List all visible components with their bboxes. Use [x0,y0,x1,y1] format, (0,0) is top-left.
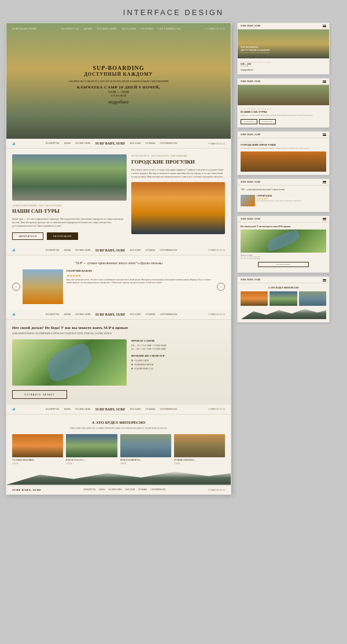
nav-links: МАРШРУТЫ ЦЕНЫ РАСПИСАНИЕ МАГАЗИН ОТЗЫВЫ … [61,27,180,30]
mobile-blog-img-1[interactable] [241,291,268,306]
mobile-hamburger-4[interactable] [323,181,326,183]
footer-link-prices[interactable]: ЦЕНЫ [99,488,105,491]
point-dot-3 [131,368,133,369]
blog-card-4[interactable]: ЛУЧШИЕ ОТМЕЛИ В... 25 МАЯ [174,434,225,465]
mobile-reviews-title: "SUP — лучшее приключение этого лета" и … [241,188,326,191]
nav2-prices[interactable]: ЦЕНЫ [64,142,71,145]
mobile-header-3: SURF BABY, SURF [238,132,329,138]
review-text: Был у вас прошлым летом. Это было самое … [67,279,215,285]
nav-link-prices[interactable]: ЦЕНЫ [84,27,93,30]
hero-signature: подробнее [69,100,168,105]
nav2-logo: 🏄 [12,142,15,145]
sunset-photo [131,182,225,234]
nav4-routes[interactable]: МАРШРУТЫ [46,313,60,316]
nav5-certs[interactable]: СЕРТИФИКАТЫ [160,408,177,411]
footer-link-certs[interactable]: СЕРТИФИКАТЫ [150,488,165,491]
mobile-header-5: SURF BABY, SURF [238,216,329,223]
nav-link-reviews[interactable]: ОТЗЫВЫ [141,27,153,30]
nav3-shop[interactable]: МАГАЗИН [130,249,141,252]
mobile-card-citywalks: SURF BABY, SURF ПОЗНАВАЙТЕ ОКРУЖЕНИЕ ГОР… [237,131,330,175]
footer-phone: +7 9999 111 11 11 [208,488,225,491]
footer-link-reviews[interactable]: ОТЗЫВЫ [138,488,147,491]
mobile-content-4: "SUP — лучшее приключение этого лета" и … [238,186,329,212]
nav2-routes[interactable]: МАРШРУТЫ [46,142,60,145]
nav5-shop[interactable]: МАГАЗИН [130,408,141,411]
footer-link-routes[interactable]: МАРШРУТЫ [84,488,96,491]
nav5-reviews[interactable]: ОТЗЫВЫ [145,408,155,411]
nav3-reviews[interactable]: ОТЗЫВЫ [145,249,155,252]
schedule-button[interactable]: РАСПИСАНИЕ [47,232,79,240]
nav5-logo: 🏄 [12,408,15,410]
nav5-brand: SURF BABY, SURF [95,408,125,411]
carousel-next[interactable]: › [217,283,225,291]
mobile-card-tours: SURF BABY, SURF ЗАХВАТЫВАЮЩИЕ ЭКО-ЭКСКУР… [237,78,330,128]
mobile-content-2: ЗАХВАТЫВАЮЩИЕ ЭКО-ЭКСКУРСИИ НАШИ САП-ТУР… [238,105,329,127]
carousel-prev[interactable]: ‹ [12,283,20,291]
nav-link-certs[interactable]: СЕРТИФИКАТЫ [158,27,180,30]
content-left-1: ЗАХВАТЫВАЮЩИЕ ЭКО-ЭКСКУРСИИ НАШИ САП-ТУР… [12,154,127,240]
blog-card-2-title: КАК НЕ УПАСТЬ С... [66,459,117,462]
nav2-certs[interactable]: СЕРТИФИКАТЫ [160,142,177,145]
blog-card-2[interactable]: КАК НЕ УПАСТЬ С... 15 МАЯ [66,434,117,465]
desktop-mockup: SURF BABY, SURF МАРШРУТЫ ЦЕНЫ РАСПИСАНИЕ… [6,23,231,495]
mobile-card-blog: SURF BABY, SURF А ЭТО БУДЕТ ИНТЕРЕСНО [237,276,330,323]
blog-img-2 [66,434,117,457]
hero-nav: SURF BABY, SURF МАРШРУТЫ ЦЕНЫ РАСПИСАНИЕ… [6,23,231,34]
hamburger-4-3 [323,183,326,183]
review-stars: ★★★★★ [67,273,215,277]
mobile-blog-img-2[interactable] [270,291,297,306]
nav2-schedule[interactable]: РАСПИСАНИЕ [75,142,90,145]
blog-card-1[interactable]: 10 САМЫХ КРАСИВЫХ... 10 МАЯ [12,434,63,465]
nav5-schedule[interactable]: РАСПИСАНИЕ [75,408,90,411]
nav4-certs[interactable]: СЕРТИФИКАТЫ [160,313,177,316]
blog-card-3[interactable]: ПРОКАТ КАЯКОВ НА... 20 МАЯ [120,434,171,465]
hero-content: SUP-BOARDING ДОСТУПНЫЙ КАЖДОМУ СКОРЕЕ ВС… [69,65,168,105]
nav-link-routes[interactable]: МАРШРУТЫ [61,27,79,30]
mobile-hamburger-3[interactable] [323,134,326,136]
footer-link-shop[interactable]: МАГАЗИН [125,488,135,491]
nav4-reviews[interactable]: ОТЗЫВЫ [145,313,155,316]
mobile-map-river [265,230,301,252]
nav3-logo: 🏄 [12,249,15,251]
nav3-routes[interactable]: МАРШРУТЫ [46,249,60,252]
rental-cta-button[interactable]: ОСТАВИТЬ ЗАЯВКУ [12,390,67,399]
nav5-routes[interactable]: МАРШРУТЫ [46,408,60,411]
mobile-card-hero: SURF BABY, SURF SUP-BOARDING ДОСТУПНЫЙ К… [237,23,330,75]
hamburger-2-3 [323,82,326,83]
second-nav: 🏄 МАРШРУТЫ ЦЕНЫ РАСПИСАНИЕ SURF BABY, SU… [6,139,231,149]
mobile-hamburger-6[interactable] [323,279,326,282]
mobile-tours-label: ЗАХВАТЫВАЮЩИЕ ЭКО-ЭКСКУРСИИ [241,108,326,110]
nav3-certs[interactable]: СЕРТИФИКАТЫ [160,249,177,252]
mobile-review-img [241,195,255,206]
hamburger-6-1 [323,279,326,280]
signup-button[interactable]: ЗАПИСАТЬСЯ [12,232,43,240]
nav2-shop[interactable]: МАГАЗИН [130,142,141,145]
nav5-prices[interactable]: ЦЕНЫ [64,408,71,411]
nav4-prices[interactable]: ЦЕНЫ [64,313,71,316]
mobile-schedule-btn[interactable]: РАСПИСАНИЕ [259,119,276,124]
mobile-tours-img [238,85,329,105]
footer-link-schedule[interactable]: РАСПИСАНИЕ [109,488,122,491]
mobile-hamburger-2[interactable] [323,80,326,83]
hamburger-4-1 [323,181,326,182]
nav2-reviews[interactable]: ОТЗЫВЫ [145,142,155,145]
nav-link-shop[interactable]: МАГАЗИН [122,27,136,30]
mobile-review-text: Был у вас прошлым летом. Это было самое … [257,200,302,202]
nav4-schedule[interactable]: РАСПИСАНИЕ [75,313,90,316]
nav-logo: SURF BABY, SURF [12,27,36,31]
nav3-schedule[interactable]: РАСПИСАНИЕ [75,249,90,252]
mobile-blog-img-3[interactable] [299,291,326,306]
mobile-rental-cta[interactable]: ОСТАВИТЬ ЗАЯВКУ [258,262,309,267]
mobile-hamburger-5[interactable] [323,218,326,220]
mobile-logo-2: SURF BABY, SURF [241,80,261,83]
nav4-shop[interactable]: МАГАЗИН [130,313,141,316]
hamburger-5-2 [323,219,326,219]
mountain-footer [6,471,231,485]
mobile-citywalks-title: ГОРОДСКИЕ ПРОГУЛКИ [241,143,326,147]
mobile-signup-btn[interactable]: ЗАПИСАТЬСЯ [241,119,257,124]
nav-link-schedule[interactable]: РАСПИСАНИЕ [97,27,117,30]
nav3-prices[interactable]: ЦЕНЫ [64,249,71,252]
blog-subtitle: МЫ СОБРАЛИ ДЛЯ ВАС САМЫЕ ИНТЕРЕСНЫЕ СТАТ… [12,427,225,430]
mobile-hamburger-1[interactable] [323,25,326,27]
blog-card-4-date: 25 МАЯ [174,462,225,465]
